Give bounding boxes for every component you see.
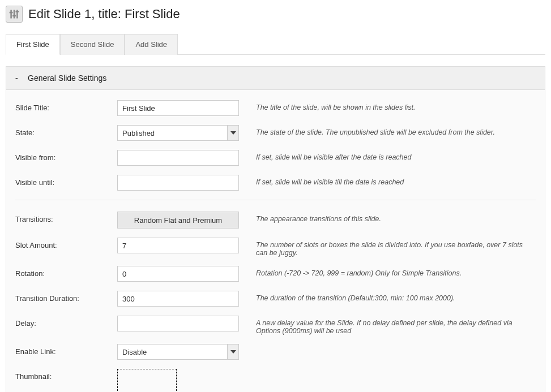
tab-add-slide[interactable]: Add Slide [125, 34, 178, 55]
label-delay: Delay: [15, 316, 117, 328]
button-transitions[interactable]: Random Flat and Premium [117, 212, 239, 229]
input-visible-from[interactable] [117, 150, 239, 166]
thumbnail-dropzone[interactable] [117, 369, 177, 392]
input-delay[interactable] [117, 316, 239, 331]
label-visible-from: Visible from: [15, 150, 117, 162]
panel-title: General Slide Settings [28, 74, 106, 83]
desc-slot-amount: The number of slots or boxes the slide i… [239, 238, 536, 257]
svg-rect-1 [14, 10, 15, 19]
svg-rect-0 [10, 10, 12, 19]
desc-transitions: The appearance transitions of this slide… [239, 212, 536, 223]
row-visible-until: Visible until: If set, slide will be vis… [15, 175, 536, 191]
svg-rect-4 [12, 15, 16, 17]
page-header: Edit Slide 1, title: First Slide [6, 6, 545, 23]
row-rotation: Rotation: Rotation (-720 -> 720, 999 = r… [15, 266, 536, 282]
svg-rect-3 [10, 12, 13, 13]
row-slide-title: Slide Title: The title of the slide, wil… [15, 100, 536, 116]
label-thumbnail: Thumbnail: [15, 369, 117, 381]
input-rotation[interactable] [117, 266, 239, 282]
tabs: First Slide Second Slide Add Slide [6, 34, 545, 55]
label-rotation: Rotation: [15, 266, 117, 278]
row-enable-link: Enable Link: Disable [15, 344, 536, 360]
panel-toggle-icon: - [15, 74, 21, 83]
desc-transition-duration: The duration of the transition (Default:… [239, 291, 536, 302]
label-enable-link: Enable Link: [15, 344, 117, 356]
select-state[interactable]: Published [117, 125, 239, 141]
row-visible-from: Visible from: If set, slide will be visi… [15, 150, 536, 166]
tab-second-slide[interactable]: Second Slide [60, 34, 125, 55]
row-transitions: Transitions: Random Flat and Premium The… [15, 212, 536, 229]
row-state: State: Published The state of the slide.… [15, 125, 536, 141]
desc-thumbnail: Slide Thumbnail. If not set - it will be… [239, 369, 536, 392]
row-delay: Delay: A new delay value for the Slide. … [15, 316, 536, 335]
label-transition-duration: Transition Duration: [15, 291, 117, 303]
divider [15, 200, 536, 200]
panel-header[interactable]: - General Slide Settings [6, 67, 545, 90]
label-transitions: Transitions: [15, 212, 117, 223]
input-transition-duration[interactable] [117, 291, 239, 307]
tab-first-slide[interactable]: First Slide [6, 34, 60, 55]
row-slot-amount: Slot Amount: The number of slots or boxe… [15, 238, 536, 257]
desc-delay: A new delay value for the Slide. If no d… [239, 316, 536, 335]
desc-rotation: Rotation (-720 -> 720, 999 = random) Onl… [239, 266, 536, 277]
panel-body: Slide Title: The title of the slide, wil… [6, 90, 545, 392]
desc-slide-title: The title of the slide, will be shown in… [239, 100, 536, 111]
input-slot-amount[interactable] [117, 238, 239, 253]
desc-visible-until: If set, slide will be visible till the d… [239, 175, 536, 186]
svg-rect-5 [16, 11, 19, 12]
sliders-icon [6, 6, 23, 23]
desc-enable-link [239, 344, 536, 347]
row-transition-duration: Transition Duration: The duration of the… [15, 291, 536, 307]
row-thumbnail: Thumbnail: Choose Image Slide Thumbnail.… [15, 369, 536, 392]
desc-visible-from: If set, slide will be visible after the … [239, 150, 536, 161]
label-slot-amount: Slot Amount: [15, 238, 117, 249]
page-title: Edit Slide 1, title: First Slide [28, 7, 180, 21]
label-slide-title: Slide Title: [15, 100, 117, 112]
select-enable-link[interactable]: Disable [117, 344, 239, 360]
desc-state: The state of the slide. The unpublished … [239, 125, 536, 136]
label-state: State: [15, 125, 117, 137]
label-visible-until: Visible until: [15, 175, 117, 187]
input-visible-until[interactable] [117, 175, 239, 191]
input-slide-title[interactable] [117, 100, 239, 116]
panel-general-settings: - General Slide Settings Slide Title: Th… [6, 66, 545, 392]
